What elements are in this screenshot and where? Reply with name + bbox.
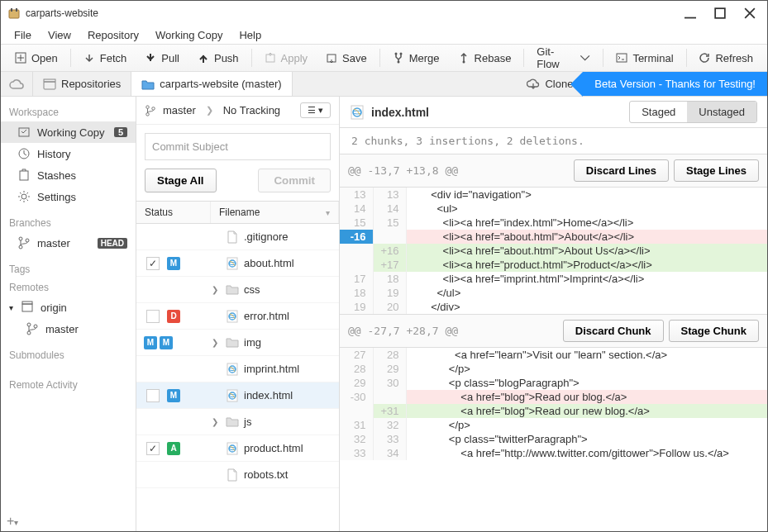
rebase-button[interactable]: Rebase [449, 48, 521, 69]
sidebar-stashes[interactable]: Stashes [1, 164, 136, 186]
file-checkbox[interactable] [146, 389, 160, 402]
file-checkbox[interactable]: ✓ [146, 257, 160, 270]
file-checkbox[interactable]: ✓ [146, 442, 160, 455]
menu-help[interactable]: Help [231, 27, 270, 43]
commit-button[interactable]: Commit [258, 169, 331, 192]
col-filename[interactable]: Filename [219, 207, 260, 218]
svg-point-25 [27, 331, 31, 335]
svg-point-8 [394, 53, 397, 55]
svg-rect-17 [20, 171, 28, 180]
stage-lines-button[interactable]: Stage Lines [674, 159, 759, 182]
file-row[interactable]: ❯css [136, 277, 339, 303]
breadcrumb: Repositories carparts-website (master) C… [1, 72, 767, 97]
branch-icon [26, 322, 39, 335]
stage-all-button[interactable]: Stage All [145, 169, 217, 192]
file-list: .gitignore✓Mabout.html❯cssDerror.htmlMM❯… [136, 224, 339, 531]
current-branch[interactable]: master [163, 104, 196, 116]
file-row[interactable]: ✓Aproduct.html [136, 435, 339, 462]
cloud-icon [9, 78, 24, 90]
pull-icon [145, 52, 156, 64]
unstaged-tab[interactable]: Unstaged [687, 102, 756, 122]
svg-point-24 [27, 323, 31, 326]
svg-rect-1 [11, 8, 12, 12]
html-icon [226, 363, 239, 376]
tracking-label[interactable]: No Tracking [223, 104, 280, 116]
sidebar-working-copy[interactable]: Working Copy 5 [1, 121, 136, 143]
expand-caret[interactable]: ❯ [209, 338, 221, 347]
repo-crumb[interactable]: carparts-website (master) [131, 72, 292, 96]
file-row[interactable]: Mindex.html [136, 382, 339, 409]
open-label: Open [31, 52, 58, 64]
expand-caret[interactable]: ❯ [209, 285, 221, 294]
discard-lines-button[interactable]: Discard Lines [574, 159, 669, 182]
fetch-label: Fetch [100, 52, 127, 64]
svg-rect-13 [44, 82, 55, 89]
file-row[interactable]: .gitignore [136, 224, 339, 250]
cloud-button[interactable] [1, 72, 33, 96]
file-checkbox[interactable] [146, 310, 160, 323]
file-icon [226, 230, 239, 244]
history-icon [17, 147, 31, 160]
file-row[interactable]: imprint.html [136, 356, 339, 382]
html-icon [226, 310, 239, 323]
commit-subject-input[interactable]: Commit Subject [145, 133, 331, 160]
sidebar-origin-master[interactable]: master [1, 318, 136, 340]
apply-button[interactable]: Apply [255, 48, 317, 69]
gitflow-button[interactable]: Git-Flow [527, 41, 599, 74]
tags-header: Tags [1, 260, 136, 278]
open-icon [15, 52, 26, 64]
working-copy-icon [17, 126, 31, 139]
apply-icon [265, 52, 276, 64]
sidebar-settings[interactable]: Settings [1, 186, 136, 207]
options-dropdown[interactable]: ☰ ▾ [300, 102, 331, 118]
repositories-crumb[interactable]: Repositories [33, 72, 131, 96]
expand-caret[interactable]: ❯ [209, 417, 221, 426]
file-row[interactable]: MM❯img [136, 330, 339, 356]
menu-view[interactable]: View [40, 27, 79, 43]
menu-file[interactable]: File [6, 27, 40, 43]
svg-point-27 [146, 105, 150, 108]
sort-icon[interactable]: ▾ [326, 208, 330, 217]
merge-label: Merge [409, 52, 440, 64]
merge-button[interactable]: Merge [384, 48, 449, 69]
chunk2-diff: 2728 <a href="learn">Visit our "learn" s… [340, 348, 767, 460]
status-badge: M [144, 336, 157, 349]
terminal-button[interactable]: Terminal [607, 48, 682, 69]
close-button[interactable] [744, 7, 756, 19]
staged-tab[interactable]: Staged [630, 102, 687, 122]
file-list-panel: master ❯ No Tracking ☰ ▾ Commit Subject … [136, 97, 340, 531]
fetch-button[interactable]: Fetch [74, 48, 136, 69]
col-status[interactable]: Status [136, 202, 211, 223]
file-row[interactable]: Derror.html [136, 303, 339, 330]
terminal-icon [616, 52, 627, 64]
file-row[interactable]: ❯js [136, 409, 339, 435]
stage-chunk-button[interactable]: Stage Chunk [669, 320, 759, 342]
open-button[interactable]: Open [6, 48, 67, 69]
file-row[interactable]: ✓Mabout.html [136, 250, 339, 277]
sidebar-branch-master[interactable]: master HEAD [1, 232, 136, 254]
workspace-header: Workspace [1, 103, 136, 121]
svg-rect-2 [16, 8, 17, 12]
maximize-button[interactable] [714, 7, 726, 19]
html-file-icon [350, 105, 365, 120]
menu-working-copy[interactable]: Working Copy [147, 27, 231, 43]
file-list-header: Status Filename▾ [136, 201, 339, 224]
diff-summary: 2 chunks, 3 insertions, 2 deletions. [340, 128, 767, 154]
folder-icon [226, 283, 239, 297]
svg-point-11 [462, 61, 465, 64]
add-button[interactable]: +▾ [7, 514, 18, 529]
pull-button[interactable]: Pull [136, 48, 188, 69]
chunk1-header: @@ -13,7 +13,8 @@ Discard Lines Stage Li… [340, 154, 767, 188]
svg-rect-12 [617, 54, 627, 62]
minimize-button[interactable] [685, 7, 696, 19]
menu-repository[interactable]: Repository [79, 27, 147, 43]
sidebar-remote-origin[interactable]: ▾ origin [1, 297, 136, 318]
discard-chunk-button[interactable]: Discard Chunk [563, 320, 664, 342]
refresh-button[interactable]: Refresh [689, 48, 762, 69]
app-icon [7, 7, 21, 20]
push-button[interactable]: Push [188, 48, 248, 69]
file-row[interactable]: robots.txt [136, 462, 339, 488]
push-label: Push [214, 52, 239, 64]
sidebar-history[interactable]: History [1, 143, 136, 164]
save-button[interactable]: Save [317, 48, 376, 69]
